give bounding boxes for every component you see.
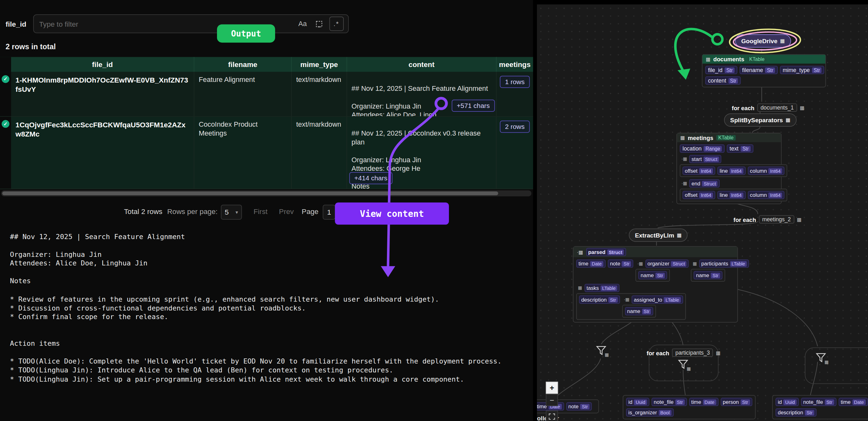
rows-per-page-select[interactable]: 5 ▾ bbox=[221, 205, 242, 220]
struct-start-fields: offsetInt64 lineInt64 columnInt64 bbox=[680, 164, 787, 177]
node-documents[interactable]: ▦ documents KTable file_idStr filenameSt… bbox=[702, 54, 826, 88]
field-chip: lineInt64 bbox=[717, 191, 745, 199]
node-parsed-header: ·▦ parsedStruct bbox=[574, 247, 737, 257]
header-spacer bbox=[0, 57, 11, 72]
row-selected-check-icon[interactable]: ✓ bbox=[2, 120, 9, 128]
foreach-right-group: ▦ bbox=[805, 347, 868, 384]
struct-icon: ·▦ bbox=[682, 157, 687, 162]
foreach-label: for each bbox=[734, 216, 756, 223]
col-header-content: content bbox=[347, 57, 496, 72]
row-check-cell: ✓ bbox=[0, 72, 11, 116]
cell-content: ## Nov 12, 2025 | Search Feature Alignme… bbox=[347, 72, 496, 116]
node-label: GoogleDrive bbox=[741, 37, 777, 44]
node-extract-by-llm[interactable]: ExtractByLlm ▦ bbox=[629, 229, 687, 242]
table-icon: ▦ bbox=[578, 285, 582, 291]
match-word-icon[interactable] bbox=[313, 17, 326, 30]
node-meetings-header: ▦ meetings KTable bbox=[677, 133, 781, 142]
field-chip: timeDate bbox=[838, 398, 868, 406]
col-header-filename: filename bbox=[194, 57, 292, 72]
page-number-input[interactable] bbox=[323, 205, 336, 220]
more-chars-badge[interactable]: +571 chars bbox=[452, 100, 495, 112]
filter-input-wrap: Aa .* bbox=[33, 14, 348, 33]
filter-funnel-icon[interactable]: ▦ bbox=[815, 352, 827, 364]
table-icon: ▦ bbox=[604, 352, 609, 357]
node-parsed[interactable]: ·▦ parsedStruct timeDate noteStr ·▦ orga… bbox=[573, 246, 738, 322]
node-meetings[interactable]: ▦ meetings KTable locationRange textStr … bbox=[676, 133, 782, 204]
field-chip: participantsLTable bbox=[699, 259, 749, 268]
struct-end-fields: offsetInt64 lineInt64 columnInt64 bbox=[680, 189, 787, 201]
field-chip: startStruct bbox=[689, 155, 721, 163]
dashed-box-glyph bbox=[315, 20, 323, 28]
output-callout-button[interactable]: Output bbox=[217, 25, 275, 43]
table-row[interactable]: ✓ 1CqOjvgfFec3kLccSccFBCKWfqaU5O3FM1e2AZ… bbox=[0, 117, 533, 189]
filter-funnel-icon[interactable]: ▦ bbox=[596, 345, 608, 357]
ktable-badge: KTable bbox=[747, 57, 767, 62]
horizontal-scrollbar[interactable] bbox=[1, 190, 531, 196]
prev-page-button[interactable]: Prev bbox=[279, 207, 294, 216]
foreach-documents: for each documents_1 ▦ bbox=[732, 103, 804, 112]
meetings-rows-badge[interactable]: 1 rows bbox=[500, 76, 530, 88]
field-chip: organizerStruct bbox=[645, 259, 689, 268]
node-parsed-body: timeDate noteStr ·▦ organizerStruct name… bbox=[574, 257, 737, 322]
struct-organizer: ·▦ organizerStruct nameStr bbox=[636, 259, 689, 282]
col-header-meetings: meetings bbox=[497, 57, 533, 72]
node-title: meetings bbox=[688, 134, 713, 141]
cell-file-id: 1-KHMOInm8rpMDDIOh7OcZEwfW-E0VB_XnfZN73f… bbox=[11, 72, 194, 116]
field-chip: note_fileStr bbox=[801, 398, 836, 406]
regex-icon[interactable]: .* bbox=[329, 17, 343, 31]
node-split-by-separators[interactable]: SplitBySeparators ▦ bbox=[724, 114, 797, 127]
field-chip: descriptionStr bbox=[579, 295, 620, 303]
foreach-label: for each bbox=[732, 104, 754, 111]
node-documents-header: ▦ documents KTable bbox=[703, 55, 826, 64]
node-label: ExtractByLlm bbox=[635, 232, 674, 238]
match-case-icon[interactable]: Aa bbox=[296, 17, 309, 30]
table-icon: ▦ bbox=[800, 105, 804, 110]
field-chip: columnInt64 bbox=[748, 166, 784, 174]
flow-canvas[interactable]: GoogleDrive ▦ ▦ documents KTable file_id… bbox=[537, 4, 868, 421]
fullscreen-icon bbox=[549, 413, 555, 420]
pagination-total: Total 2 rows bbox=[124, 207, 162, 216]
field-chip: nameStr bbox=[625, 307, 654, 315]
struct-icon: ·▦ bbox=[577, 249, 583, 255]
fullscreen-button[interactable] bbox=[546, 411, 558, 421]
field-chip: lineInt64 bbox=[717, 166, 745, 174]
struct-icon: ·▦ bbox=[624, 297, 629, 302]
foreach-target-chip[interactable]: documents_1 bbox=[757, 103, 797, 112]
struct-icon: ·▦ bbox=[637, 261, 643, 266]
field-chip: contentStr bbox=[705, 76, 741, 85]
field-chip: offsetInt64 bbox=[682, 191, 715, 199]
first-page-button[interactable]: First bbox=[253, 207, 268, 216]
foreach-target-chip[interactable]: meetings_2 bbox=[759, 215, 794, 224]
scrollbar-thumb[interactable] bbox=[2, 191, 498, 195]
zoom-in-button[interactable]: + bbox=[546, 382, 558, 394]
field-chip: noteStr bbox=[566, 402, 592, 411]
more-chars-badge[interactable]: +414 chars bbox=[349, 172, 392, 184]
screenshot-viewport: file_id Aa .* 2 rows in total file_id fi… bbox=[0, 0, 868, 421]
zoom-out-button[interactable]: − bbox=[546, 394, 558, 406]
table-row[interactable]: ✓ 1-KHMOInm8rpMDDIOh7OcZEwfW-E0VB_XnfZN7… bbox=[0, 72, 533, 117]
foreach-target-chip[interactable]: participants_3 bbox=[672, 349, 713, 357]
window-icon: ▦ bbox=[786, 117, 790, 123]
filter-column-label: file_id bbox=[5, 20, 26, 28]
struct-icon: ·▦ bbox=[682, 181, 687, 186]
row-selected-check-icon[interactable]: ✓ bbox=[2, 75, 9, 83]
field-chip: personStr bbox=[720, 398, 752, 406]
foreach-meetings: for each meetings_2 ▦ bbox=[734, 215, 802, 224]
collector-node[interactable]: idUuid note_fileStr timeDate personStr i… bbox=[623, 395, 755, 421]
field-chip: nameStr bbox=[638, 271, 667, 280]
markdown-preview: ## Nov 12, 2025 | Search Feature Alignme… bbox=[10, 232, 501, 384]
field-chip: idUuid bbox=[626, 398, 649, 406]
cell-content: ## Nov 12, 2025 | CocoIndex v0.3 release… bbox=[347, 117, 496, 189]
app-window: file_id Aa .* 2 rows in total file_id fi… bbox=[0, 0, 868, 421]
results-table: file_id filename mime_type content meeti… bbox=[0, 57, 533, 189]
rows-total: 2 rows in total bbox=[5, 42, 56, 51]
cell-meetings: 2 rows bbox=[497, 117, 533, 189]
meetings-rows-badge[interactable]: 2 rows bbox=[500, 121, 530, 133]
collector-node[interactable]: idUuid note_fileStr timeDate description… bbox=[772, 395, 868, 421]
filter-funnel-icon[interactable]: ▦ bbox=[678, 359, 690, 371]
chevron-down-icon: ▾ bbox=[236, 209, 238, 215]
view-content-callout-button[interactable]: View content bbox=[335, 202, 449, 225]
pagination-bar: Total 2 rows Rows per page: 5 ▾ First Pr… bbox=[0, 200, 533, 225]
ktable-badge: KTable bbox=[716, 135, 736, 140]
node-google-drive[interactable]: GoogleDrive ▦ bbox=[735, 34, 791, 47]
